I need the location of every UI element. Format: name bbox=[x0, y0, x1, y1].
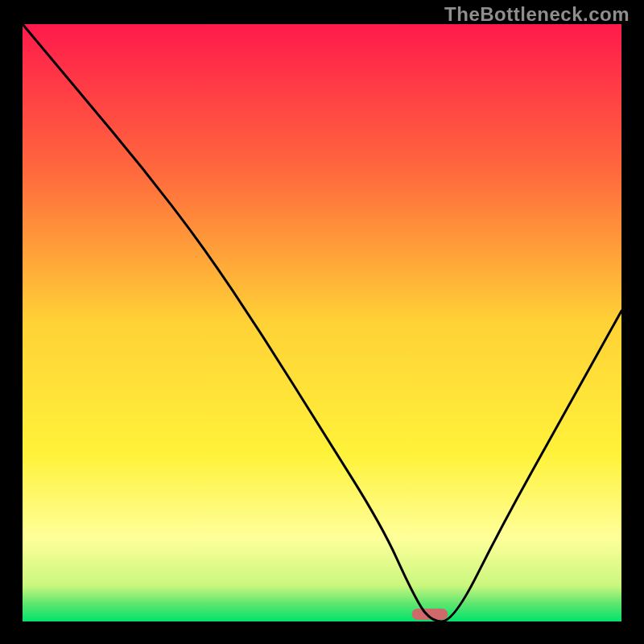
watermark-text: TheBottleneck.com bbox=[444, 3, 630, 26]
chart-plot-area bbox=[23, 24, 621, 621]
bottleneck-chart bbox=[0, 0, 644, 644]
chart-frame: TheBottleneck.com bbox=[0, 0, 644, 644]
